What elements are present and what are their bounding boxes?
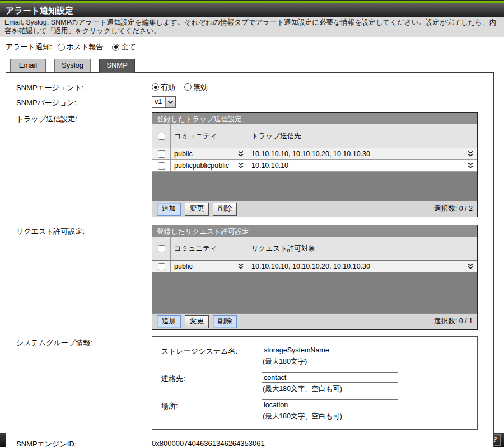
snmp-agent-label: SNMPエージェント: [16, 81, 152, 93]
alert-notification-radio-group: ホスト報告 全て [58, 42, 143, 52]
radio-icon[interactable] [184, 83, 192, 91]
snmp-version-select[interactable]: v1 [152, 96, 176, 108]
request-table-header: コミュニティ リクエスト許可対象 [152, 237, 477, 261]
storage-system-name-row: ストレージシステム名: (最大180文字) [161, 345, 477, 366]
snmp-version-value: v1 [152, 97, 165, 107]
radio-all-label: 全て [121, 42, 136, 52]
trap-table-title: 登録したトラップ送信設定 [152, 113, 477, 124]
system-group-label: システムグループ情報: [16, 336, 152, 430]
radio-enabled[interactable]: 有効 [152, 82, 175, 92]
trap-table-header: コミュニティ トラップ送信先 [152, 124, 477, 148]
community-value: public [174, 262, 193, 270]
community-value: publicpublicpublic [174, 162, 229, 170]
contact-row: 連絡先: (最大180文字、空白も可) [161, 372, 477, 394]
table-row[interactable]: publicpublicpublic 10.10.10.10 [152, 160, 477, 172]
community-value: public [174, 150, 193, 158]
contact-field[interactable] [262, 372, 398, 383]
radio-icon[interactable] [112, 44, 119, 51]
description-text: Email, Syslog, SNMPのアラート通知設定を編集します。それぞれの… [4, 18, 496, 35]
radio-host-report-label: ホスト報告 [67, 42, 104, 52]
column-header-community: コミュニティ [170, 124, 248, 148]
tab-syslog[interactable]: Syslog [54, 59, 91, 72]
double-chevron-down-icon[interactable] [237, 150, 244, 157]
contact-hint: (最大180文字、空白も可) [263, 384, 398, 394]
trap-destination-value: 10.10.10.10 [251, 162, 288, 170]
request-table: 登録したリクエスト許可設定 コミュニティ リクエスト許可対象 public 10… [152, 225, 478, 330]
table-row[interactable]: public 10.10.10.10, 10.10.10.20, 10.10.1… [152, 148, 477, 160]
column-header-community: コミュニティ [170, 237, 248, 260]
snmp-agent-radio-group: 有効 無効 [152, 81, 214, 93]
alert-notification-label: アラート通知: [6, 42, 52, 52]
snmp-version-label: SNMPバージョン: [16, 96, 152, 108]
trap-destination-value: 10.10.10.10, 10.10.10.20, 10.10.10.30 [251, 150, 370, 158]
dialog-title-bar: アラート通知設定 [0, 3, 504, 17]
table-empty-area [152, 172, 477, 201]
selection-count: 選択数: 0 / 2 [434, 204, 473, 214]
description-banner: Email, Syslog, SNMPのアラート通知設定を編集します。それぞれの… [0, 17, 504, 37]
snmp-version-row: SNMPバージョン: v1 [16, 96, 493, 108]
radio-icon[interactable] [58, 44, 65, 51]
radio-disabled-label: 無効 [193, 82, 208, 92]
edit-button[interactable]: 変更 [185, 203, 209, 216]
chevron-down-icon[interactable] [165, 97, 175, 107]
select-all-checkbox[interactable] [158, 133, 165, 140]
location-row: 場所: (最大180文字、空白も可) [161, 399, 477, 421]
request-settings-row: リクエスト許可設定: 登録したリクエスト許可設定 コミュニティ リクエスト許可対… [16, 225, 493, 330]
trap-settings-label: トラップ送信設定: [16, 112, 152, 217]
add-button[interactable]: 追加 [157, 315, 181, 328]
delete-button[interactable]: 削除 [213, 203, 237, 216]
radio-host-report[interactable]: ホスト報告 [58, 42, 104, 52]
snmp-tab-panel: SNMPエージェント: 有効 無効 SNMPバージョン: v1 トラップ送信設定… [6, 72, 494, 447]
location-hint: (最大180文字、空白も可) [263, 412, 398, 421]
snmp-engine-id-value: 0x80000074046361346264353061 [152, 437, 265, 447]
radio-enabled-label: 有効 [161, 82, 175, 92]
request-table-title: 登録したリクエスト許可設定 [152, 225, 477, 237]
delete-button[interactable]: 削除 [213, 315, 237, 328]
double-chevron-down-icon[interactable] [237, 263, 244, 270]
location-field[interactable] [262, 399, 398, 410]
storage-system-name-field[interactable] [262, 345, 398, 355]
select-all-checkbox[interactable] [158, 245, 165, 252]
edit-button[interactable]: 変更 [185, 315, 209, 328]
contact-label: 連絡先: [161, 372, 262, 394]
tab-snmp[interactable]: SNMP [99, 59, 135, 73]
row-checkbox[interactable] [158, 150, 165, 158]
double-chevron-down-icon[interactable] [467, 150, 474, 157]
column-header-trap-destination: トラップ送信先 [248, 124, 477, 148]
add-button[interactable]: 追加 [157, 203, 181, 216]
double-chevron-down-icon[interactable] [237, 162, 244, 169]
double-chevron-down-icon[interactable] [467, 263, 474, 270]
storage-system-name-hint: (最大180文字) [263, 357, 398, 366]
page-title: アラート通知設定 [6, 6, 73, 15]
selection-count: 選択数: 0 / 1 [434, 317, 473, 326]
table-row[interactable]: public 10.10.10.10, 10.10.10.20, 10.10.1… [152, 261, 477, 272]
location-label: 場所: [161, 399, 262, 421]
tab-bar: Email Syslog SNMP [10, 59, 504, 72]
request-table-footer: 追加 変更 削除 選択数: 0 / 1 [152, 313, 477, 329]
trap-table-footer: 追加 変更 削除 選択数: 0 / 2 [152, 201, 477, 217]
snmp-engine-id-row: SNMPエンジンID: 0x80000074046361346264353061 [16, 437, 493, 447]
storage-system-name-label: ストレージシステム名: [161, 345, 262, 366]
request-settings-label: リクエスト許可設定: [16, 225, 152, 330]
trap-table: 登録したトラップ送信設定 コミュニティ トラップ送信先 public 10.10… [152, 112, 478, 217]
request-target-value: 10.10.10.10, 10.10.10.20, 10.10.10.30 [251, 262, 370, 270]
snmp-agent-row: SNMPエージェント: 有効 無効 [16, 81, 493, 93]
row-checkbox[interactable] [158, 162, 165, 170]
trap-settings-row: トラップ送信設定: 登録したトラップ送信設定 コミュニティ トラップ送信先 pu… [16, 112, 493, 217]
tab-email[interactable]: Email [10, 59, 46, 72]
system-group-row: システムグループ情報: ストレージシステム名: (最大180文字) 連絡先: (… [16, 336, 493, 430]
table-empty-area [152, 272, 477, 313]
radio-icon[interactable] [152, 83, 159, 91]
snmp-engine-id-label: SNMPエンジンID: [16, 437, 152, 447]
column-header-request-target: リクエスト許可対象 [248, 237, 477, 260]
row-checkbox[interactable] [158, 263, 165, 270]
alert-notification-row: アラート通知: ホスト報告 全て [6, 42, 504, 52]
radio-all[interactable]: 全て [112, 42, 136, 52]
double-chevron-down-icon[interactable] [467, 162, 474, 169]
system-group-box: ストレージシステム名: (最大180文字) 連絡先: (最大180文字、空白も可… [152, 336, 478, 430]
radio-disabled[interactable]: 無効 [184, 82, 208, 92]
